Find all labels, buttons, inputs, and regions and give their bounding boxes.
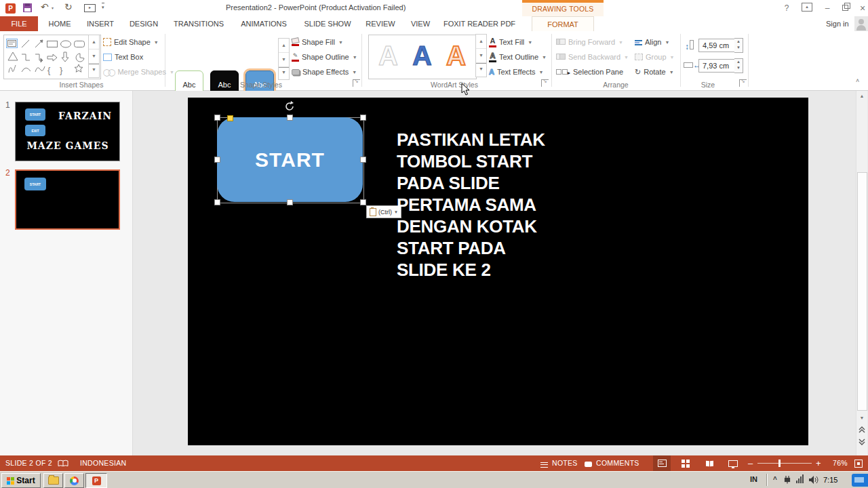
shape-width-input[interactable]: 7,93 cm — [698, 59, 738, 73]
shape-outline-button[interactable]: ✎ Shape Outline▼ — [292, 50, 357, 64]
tab-home[interactable]: HOME — [43, 16, 76, 31]
tab-insert[interactable]: INSERT — [80, 16, 121, 31]
powerpoint-taskbar-button[interactable]: P — [85, 473, 107, 488]
scroll-up-icon[interactable]: ▲ — [476, 35, 486, 49]
slide-canvas[interactable]: START (Ctrl) ▼ PAST — [188, 98, 808, 445]
shapes-gallery[interactable]: { } ▲ ▼ ▼ — [3, 35, 101, 79]
resize-handle-s[interactable] — [287, 199, 293, 205]
restore-button[interactable] — [840, 3, 850, 14]
tray-app-icon[interactable] — [852, 474, 868, 487]
tab-review[interactable]: REVIEW — [359, 16, 401, 31]
wordart-style-1[interactable]: A — [378, 41, 398, 71]
tab-view[interactable]: VIEW — [404, 16, 437, 31]
text-fill-button[interactable]: A Text Fill▼ — [489, 35, 532, 49]
scroll-down-icon[interactable]: ▼ — [279, 53, 289, 67]
undo-icon[interactable]: ↶ — [41, 1, 49, 12]
resize-handle-ne[interactable] — [360, 115, 366, 121]
fit-to-window-icon[interactable] — [854, 460, 863, 469]
width-spinner[interactable]: ▲▼ — [734, 58, 743, 73]
wordart-style-2[interactable]: A — [412, 41, 432, 71]
language-indicator[interactable]: INDONESIAN — [80, 455, 126, 471]
tab-foxit-reader-pdf[interactable]: FOXIT READER PDF — [439, 16, 519, 31]
resize-handle-n[interactable] — [287, 115, 293, 121]
notes-button[interactable]: NOTES — [552, 455, 578, 471]
slide-2-thumbnail-selected[interactable]: START — [15, 169, 120, 230]
slide-1-thumbnail[interactable]: START EXIT FARZAIN MAZE GAMES — [15, 102, 120, 161]
speaker-icon[interactable] — [808, 475, 819, 485]
shape-effects-button[interactable]: Shape Effects▼ — [292, 65, 357, 79]
tab-animations[interactable]: ANIMATIONS — [233, 16, 294, 31]
shape-styles-dialog-launcher-icon[interactable] — [353, 79, 360, 87]
sign-in-link[interactable]: Sign in — [826, 16, 849, 31]
comments-button[interactable]: COMMENTS — [596, 455, 639, 471]
slide-show-button[interactable] — [724, 455, 742, 471]
align-button[interactable]: Align▼ — [635, 35, 669, 49]
size-dialog-launcher-icon[interactable] — [739, 79, 747, 87]
gallery-more-icon[interactable]: ▼ — [279, 67, 289, 79]
tab-slide-show[interactable]: SLIDE SHOW — [297, 16, 358, 31]
previous-slide-icon[interactable] — [858, 426, 866, 434]
show-hidden-icons-chevron[interactable]: ^ — [773, 476, 777, 483]
qat-customize-icon[interactable]: ▾ — [102, 3, 104, 11]
selection-pane-button[interactable]: ▸ Selection Pane — [556, 65, 623, 79]
text-effects-button[interactable]: A Text Effects▼ — [489, 65, 544, 79]
normal-view-button[interactable] — [653, 455, 671, 471]
start-button[interactable]: Start — [1, 473, 41, 488]
slide-sorter-view-button[interactable] — [677, 455, 694, 471]
spin-up-icon[interactable]: ▲ — [734, 59, 743, 65]
next-slide-icon[interactable] — [858, 438, 866, 446]
gallery-more-icon[interactable]: ▼ — [89, 64, 99, 77]
tab-file[interactable]: FILE — [0, 16, 38, 31]
tray-language-indicator[interactable]: IN — [750, 475, 757, 483]
scroll-down-icon[interactable]: ▼ — [89, 49, 99, 64]
zoom-slider-track[interactable] — [757, 463, 812, 464]
chrome-taskbar-button[interactable] — [64, 473, 84, 488]
wordart-dialog-launcher-icon[interactable] — [541, 79, 549, 87]
avatar[interactable] — [854, 16, 868, 31]
rotate-button[interactable]: ↻ Rotate▼ — [635, 65, 674, 79]
adjust-handle[interactable] — [227, 115, 233, 121]
resize-handle-w[interactable] — [214, 157, 220, 163]
spin-up-icon[interactable]: ▲ — [734, 39, 743, 45]
tab-transitions[interactable]: TRANSITIONS — [168, 16, 229, 31]
save-icon[interactable] — [23, 3, 32, 12]
help-icon[interactable]: ? — [781, 3, 792, 14]
network-signal-icon[interactable] — [796, 474, 806, 483]
scrollbar-thumb[interactable] — [857, 172, 867, 411]
wordart-style-3[interactable]: A — [446, 41, 466, 71]
shape-styles-scroll[interactable]: ▲ ▼ ▼ — [278, 38, 290, 80]
spin-down-icon[interactable]: ▼ — [734, 65, 743, 71]
tab-design[interactable]: DESIGN — [123, 16, 164, 31]
spelling-check-icon[interactable] — [58, 460, 68, 468]
slide-text-block[interactable]: PASTIKAN LETAK TOMBOL START PADA SLIDE P… — [397, 129, 600, 281]
rotate-handle-icon[interactable] — [285, 101, 296, 112]
shape-gallery-scroll[interactable]: ▲ ▼ ▼ — [88, 35, 100, 78]
scroll-up-icon[interactable]: ▲ — [856, 92, 867, 101]
start-shape[interactable]: START — [217, 117, 363, 202]
resize-handle-e[interactable] — [360, 157, 366, 163]
ribbon-display-options-icon[interactable]: ▴ — [802, 3, 812, 12]
shape-fill-button[interactable]: Shape Fill▼ — [292, 35, 343, 49]
send-backward-button[interactable]: Send Backward▼ — [556, 50, 629, 64]
clock[interactable]: 7:15 — [823, 476, 837, 484]
redo-icon[interactable]: ↻ — [64, 1, 73, 12]
scroll-up-icon[interactable]: ▲ — [279, 39, 289, 53]
start-slideshow-icon[interactable]: ▸ — [84, 4, 96, 12]
minimize-button[interactable]: – — [822, 3, 833, 14]
group-button[interactable]: Group▼ — [635, 50, 675, 64]
zoom-level[interactable]: 76% — [833, 455, 848, 471]
wordart-scroll[interactable]: ▲ ▼ ▼ — [475, 34, 487, 77]
gallery-more-icon[interactable]: ▼ — [476, 63, 486, 76]
vertical-scrollbar[interactable]: ▲ ▼ — [856, 91, 867, 455]
text-outline-button[interactable]: A Text Outline▼ — [489, 50, 547, 64]
undo-dropdown-icon[interactable]: ▾ — [52, 5, 54, 10]
collapse-ribbon-icon[interactable]: ˄ — [856, 77, 859, 84]
resize-handle-se[interactable] — [360, 199, 366, 205]
text-box-button[interactable]: Text Box — [103, 50, 143, 64]
scroll-up-icon[interactable]: ▲ — [89, 35, 99, 49]
edit-shape-button[interactable]: Edit Shape▼ — [103, 35, 159, 49]
resize-handle-sw[interactable] — [214, 199, 220, 205]
zoom-out-button[interactable]: – — [748, 455, 753, 471]
spin-down-icon[interactable]: ▼ — [734, 45, 743, 51]
zoom-slider-thumb[interactable] — [778, 460, 781, 467]
